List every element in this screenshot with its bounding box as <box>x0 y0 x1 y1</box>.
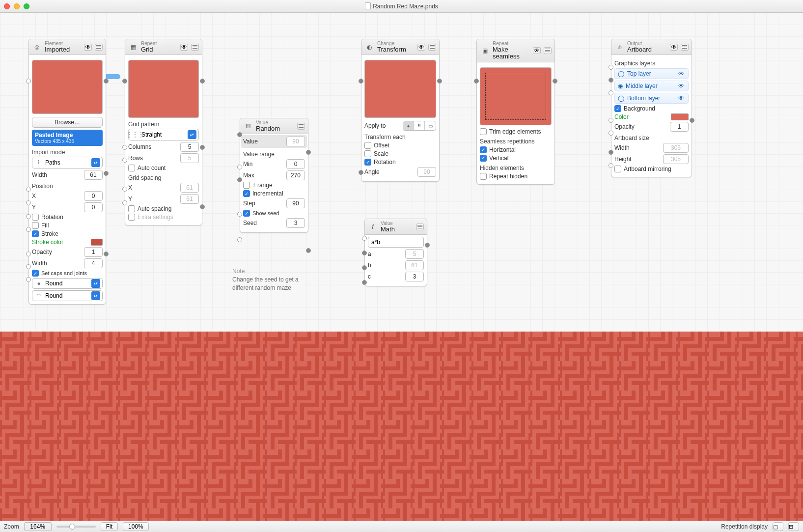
node-menu-button[interactable] <box>681 44 689 51</box>
grid-pattern-select[interactable]: ⋮⋮⋮Straight▴▾ <box>128 129 199 140</box>
input-port[interactable] <box>474 79 479 84</box>
input-port[interactable] <box>122 158 127 163</box>
layer-bottom[interactable]: ◯Bottom layer👁 <box>614 93 689 104</box>
node-header[interactable]: f ValueMath <box>365 219 427 235</box>
repeat-hidden-checkbox[interactable] <box>480 173 487 180</box>
input-port-middle-layer[interactable] <box>609 78 613 83</box>
apply-to-segmented-control[interactable]: ●⠿▭ <box>403 121 436 131</box>
max-input[interactable] <box>286 170 305 180</box>
scale-checkbox[interactable] <box>364 150 371 157</box>
x-input[interactable] <box>84 191 103 201</box>
zoom-100-button[interactable]: 100% <box>123 522 149 531</box>
artboard-height-input[interactable] <box>663 154 689 164</box>
input-port[interactable] <box>609 150 613 155</box>
line-caps-select[interactable]: ●Round▴▾ <box>32 278 103 289</box>
var-a-input[interactable] <box>405 249 424 259</box>
input-port[interactable] <box>26 187 31 192</box>
node-menu-button[interactable] <box>416 224 424 230</box>
rows-input[interactable] <box>180 153 199 163</box>
node-header[interactable]: ▦ RepeatGrid 👁 <box>125 39 202 55</box>
input-port[interactable] <box>237 132 242 137</box>
visibility-icon[interactable]: 👁 <box>417 44 425 51</box>
input-port[interactable] <box>122 187 127 192</box>
node-random[interactable]: ⚄ ValueRandom Value Value range Min Max … <box>240 118 308 233</box>
browse-button[interactable]: Browse… <box>32 117 103 128</box>
node-header[interactable]: ⎚ OutputArtboard 👁 <box>611 39 692 55</box>
apply-edges-option[interactable]: ▭ <box>425 121 436 130</box>
output-port[interactable] <box>200 204 205 209</box>
layer-visibility-icon[interactable]: 👁 <box>678 95 685 102</box>
input-port[interactable] <box>122 79 127 84</box>
input-port[interactable] <box>362 251 367 255</box>
y-input[interactable] <box>84 202 103 212</box>
visibility-icon[interactable]: 👁 <box>670 44 678 51</box>
zoom-slider[interactable] <box>56 526 96 528</box>
offset-checkbox[interactable] <box>364 142 371 149</box>
input-port[interactable] <box>237 237 242 242</box>
input-port[interactable] <box>122 145 127 150</box>
node-transform[interactable]: ◐ ChangeTransform 👁 Apply to ●⠿▭ Transfo… <box>361 39 440 182</box>
stroke-color-swatch[interactable] <box>91 239 103 246</box>
node-header[interactable]: ⚄ ValueRandom <box>240 118 308 134</box>
spacing-y-input[interactable] <box>180 194 199 204</box>
artboard-opacity-input[interactable] <box>670 122 689 132</box>
opacity-input[interactable] <box>84 247 103 257</box>
repetition-single-button[interactable]: ▢ <box>773 522 783 531</box>
input-port[interactable] <box>26 79 31 84</box>
input-port[interactable] <box>26 264 31 269</box>
node-menu-button[interactable] <box>191 44 199 51</box>
show-seed-checkbox[interactable]: ✓ <box>243 210 250 217</box>
apply-each-option[interactable]: ⠿ <box>414 121 425 130</box>
output-port[interactable] <box>437 79 442 84</box>
background-checkbox[interactable]: ✓ <box>614 105 621 112</box>
node-canvas[interactable]: ◎ ElementImported 👁 Browse… Pasted Image… <box>0 13 803 332</box>
pasted-image-info[interactable]: Pasted Image Vectors 435 x 435 <box>32 130 103 146</box>
node-imported[interactable]: ◎ ElementImported 👁 Browse… Pasted Image… <box>28 39 106 305</box>
input-port[interactable] <box>609 131 613 136</box>
input-port[interactable] <box>26 252 31 256</box>
visibility-icon[interactable]: 👁 <box>533 47 541 54</box>
expression-input[interactable] <box>368 237 424 248</box>
node-make-seamless[interactable]: ▣ RepeatMake seamless 👁 Trim edge elemen… <box>476 39 555 185</box>
stroke-checkbox[interactable]: ✓ <box>32 230 39 237</box>
rotation-checkbox[interactable] <box>32 214 39 221</box>
stroke-width-input[interactable] <box>84 258 103 268</box>
horizontal-checkbox[interactable]: ✓ <box>480 146 487 153</box>
node-menu-button[interactable] <box>95 44 103 51</box>
input-port[interactable] <box>362 265 367 270</box>
input-port[interactable] <box>26 227 31 232</box>
input-port[interactable] <box>122 200 127 205</box>
output-port[interactable] <box>690 118 694 123</box>
layer-top[interactable]: ◯Top layer👁 <box>614 68 689 79</box>
node-menu-button[interactable] <box>428 44 436 51</box>
input-port[interactable] <box>609 163 613 168</box>
input-port[interactable] <box>362 236 367 241</box>
auto-count-checkbox[interactable] <box>128 165 135 171</box>
layer-visibility-icon[interactable]: 👁 <box>678 70 685 77</box>
rotation-checkbox[interactable]: ✓ <box>364 159 371 166</box>
caps-checkbox[interactable]: ✓ <box>32 270 39 277</box>
pm-range-checkbox[interactable] <box>243 182 250 189</box>
input-port[interactable] <box>26 200 31 205</box>
input-port[interactable] <box>359 170 363 175</box>
apply-all-option[interactable]: ● <box>403 121 414 130</box>
step-input[interactable] <box>286 198 305 208</box>
output-port[interactable] <box>306 248 311 253</box>
zoom-value-box[interactable]: 164% <box>24 522 52 531</box>
node-header[interactable]: ◎ ElementImported 👁 <box>29 39 106 55</box>
node-math[interactable]: f ValueMath a b c <box>364 219 427 286</box>
node-menu-button[interactable] <box>544 47 552 54</box>
close-window-button[interactable] <box>4 3 10 9</box>
output-port[interactable] <box>306 150 311 155</box>
artboard-color-swatch[interactable] <box>671 113 689 120</box>
input-port[interactable] <box>359 79 363 84</box>
output-port[interactable] <box>200 145 205 150</box>
layer-visibility-icon[interactable]: 👁 <box>678 83 685 89</box>
output-port[interactable] <box>553 79 557 84</box>
zoom-window-button[interactable] <box>24 3 29 9</box>
output-port[interactable] <box>104 252 109 256</box>
vertical-checkbox[interactable]: ✓ <box>480 155 487 162</box>
artboard-width-input[interactable] <box>663 143 689 153</box>
trim-edge-checkbox[interactable] <box>480 128 487 135</box>
spacing-x-input[interactable] <box>180 183 199 193</box>
